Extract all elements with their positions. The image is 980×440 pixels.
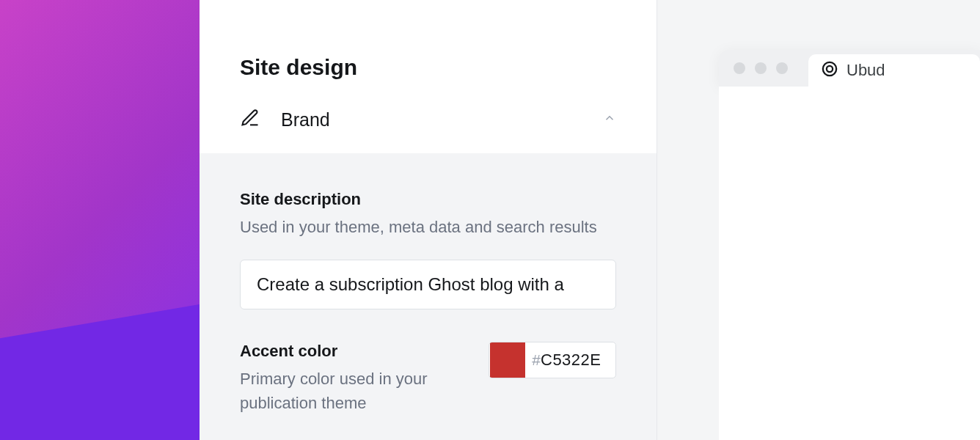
accent-color-swatch[interactable] bbox=[490, 342, 525, 378]
svg-point-0 bbox=[823, 62, 836, 76]
brand-section-body: Site description Used in your theme, met… bbox=[200, 153, 657, 440]
accent-color-input[interactable] bbox=[541, 351, 615, 370]
page-title: Site design bbox=[240, 55, 616, 80]
background-gradient bbox=[0, 0, 200, 440]
dot-minimize-icon bbox=[755, 62, 767, 74]
site-favicon-icon bbox=[822, 61, 838, 80]
browser-tab[interactable]: Ubud bbox=[808, 54, 980, 87]
edit-icon bbox=[240, 108, 260, 131]
accent-color-field: Accent color Primary color used in your … bbox=[240, 342, 616, 415]
site-description-label: Site description bbox=[240, 190, 616, 209]
traffic-lights bbox=[734, 62, 788, 74]
accent-color-picker: # bbox=[489, 342, 616, 378]
hash-symbol: # bbox=[532, 351, 541, 369]
background-accent bbox=[0, 304, 200, 440]
brand-section-toggle[interactable]: Brand bbox=[240, 108, 616, 131]
settings-panel: Site design Brand Site description bbox=[200, 0, 657, 440]
site-description-input[interactable] bbox=[240, 260, 616, 309]
svg-point-1 bbox=[827, 66, 833, 72]
browser-chrome: Ubud bbox=[719, 50, 980, 87]
tab-title: Ubud bbox=[846, 61, 885, 80]
site-description-hint: Used in your theme, meta data and search… bbox=[240, 215, 616, 239]
chevron-up-icon bbox=[603, 111, 616, 128]
preview-content bbox=[719, 87, 980, 440]
dot-close-icon bbox=[734, 62, 745, 74]
accent-color-hint: Primary color used in your publication t… bbox=[240, 367, 467, 415]
site-description-field: Site description Used in your theme, met… bbox=[240, 190, 616, 309]
dot-maximize-icon bbox=[776, 62, 788, 74]
brand-section-label: Brand bbox=[281, 109, 330, 131]
accent-color-label: Accent color bbox=[240, 342, 467, 361]
